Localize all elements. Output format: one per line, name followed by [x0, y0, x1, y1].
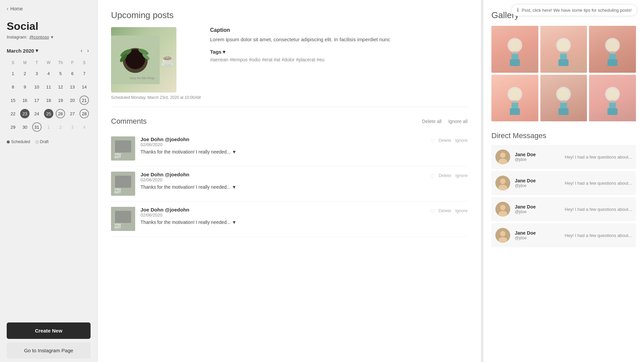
delete-comment-button[interactable]: Delete — [439, 208, 451, 213]
gallery-item[interactable] — [589, 75, 636, 122]
create-new-button[interactable]: Create New — [7, 322, 91, 339]
calendar-day[interactable]: 13 — [67, 80, 78, 93]
dm-item[interactable]: Jane Doe @jdoe Hey! I had a few question… — [491, 171, 636, 195]
calendar-day[interactable]: 10 — [31, 80, 42, 93]
calendar-day[interactable]: 22 — [7, 107, 18, 120]
calendar-day[interactable]: 25 — [43, 107, 54, 120]
delete-comment-button[interactable]: Delete — [439, 173, 451, 178]
svg-point-69 — [500, 231, 505, 236]
like-button[interactable]: ♡ — [430, 208, 435, 215]
post-scheduled-label: Scheduled Monday, March 23rd, 2020 at 10… — [111, 95, 201, 100]
delete-all-button[interactable]: Delete all — [422, 119, 441, 124]
svg-rect-24 — [510, 59, 520, 66]
caption-text: Lorem ipsum dolor sit amet, consectetur … — [210, 36, 468, 44]
gallery-item[interactable] — [589, 26, 636, 73]
comment-avatar: YOU GOT THIS — [111, 172, 135, 196]
calendar-day[interactable]: 17 — [31, 94, 42, 107]
dm-preview: Hey! I had a few questions about... — [565, 207, 632, 212]
calendar-day[interactable]: 16 — [19, 94, 30, 107]
tags-label[interactable]: Tags ▾ — [210, 49, 468, 55]
ignore-comment-button[interactable]: Ignore — [455, 173, 468, 178]
comment-author: Joe Dohn @joedohn — [141, 136, 425, 142]
instagram-label: Instagram: — [7, 35, 27, 40]
dm-item[interactable]: Jane Doe @jdoe Hey! I had a few question… — [491, 197, 636, 221]
calendar-day[interactable]: 4 — [79, 121, 90, 133]
dm-info: Jane Doe @jdoe — [515, 152, 560, 162]
comment-body: Joe Dohn @joedohn 02/06/2020 Thanks for … — [141, 136, 425, 161]
calendar-day[interactable]: 8 — [7, 80, 18, 93]
dm-handle: @jdoe — [515, 236, 560, 240]
svg-point-44 — [509, 88, 521, 100]
calendar-prev-button[interactable]: ‹ — [79, 47, 84, 54]
calendar-day[interactable]: 3 — [67, 121, 78, 133]
ignore-comment-button[interactable]: Ignore — [455, 208, 468, 213]
svg-rect-14 — [115, 176, 131, 188]
like-button[interactable]: ♡ — [430, 173, 435, 179]
go-to-instagram-button[interactable]: Go to Instagram Page — [7, 342, 91, 359]
svg-rect-58 — [610, 102, 614, 103]
calendar-day[interactable]: 26 — [55, 107, 66, 120]
calendar-day[interactable]: 28 — [79, 107, 90, 120]
calendar-day[interactable]: 3 — [31, 67, 42, 80]
dropdown-arrow-icon[interactable]: ▾ — [51, 35, 53, 40]
calendar-day[interactable]: 29 — [7, 121, 18, 133]
dm-item[interactable]: Jane Doe @jdoe Hey! I had a few question… — [491, 223, 636, 247]
svg-rect-54 — [607, 108, 618, 115]
calendar-day[interactable]: 15 — [7, 94, 18, 107]
calendar-day[interactable]: 21 — [79, 94, 90, 107]
calendar-day[interactable]: 6 — [67, 67, 78, 80]
ignore-comment-button[interactable]: Ignore — [455, 138, 468, 143]
calendar-day[interactable]: 19 — [55, 94, 66, 107]
like-button[interactable]: ♡ — [430, 138, 435, 144]
svg-rect-34 — [561, 53, 566, 54]
gallery-item[interactable] — [540, 26, 587, 73]
svg-text:enjoy the little things: enjoy the little things — [130, 77, 155, 80]
ignore-all-button[interactable]: Ignore all — [448, 119, 468, 124]
caption-label: Caption — [210, 27, 468, 33]
calendar-day[interactable]: 11 — [43, 80, 54, 93]
gallery-item[interactable] — [491, 75, 538, 122]
calendar-day[interactable]: 2 — [55, 121, 66, 133]
calendar-day[interactable]: 1 — [7, 67, 18, 80]
comment-text: Thanks for the motivation! I really need… — [141, 220, 425, 225]
calendar-day[interactable]: 24 — [31, 107, 42, 120]
calendar-day[interactable]: 31 — [31, 121, 42, 133]
gallery-item[interactable] — [491, 26, 538, 73]
calendar-day[interactable]: 18 — [43, 94, 54, 107]
calendar-day[interactable]: 14 — [79, 80, 90, 93]
dm-name: Jane Doe — [515, 230, 560, 236]
comments-title: Comments — [111, 117, 147, 126]
comments-section: Comments Delete all Ignore all YOU GOT T… — [111, 117, 468, 237]
page-title: Social — [0, 15, 97, 34]
dm-item[interactable]: Jane Doe @jdoe Hey! I had a few question… — [491, 145, 636, 169]
calendar-day[interactable]: 1 — [43, 121, 54, 133]
calendar: March 2020 ▾ ‹ › SMTWThFS 12345678910111… — [0, 44, 97, 137]
comment-item: YOU GOT THIS Joe Dohn @joedohn 02/06/202… — [111, 166, 468, 201]
info-bar[interactable]: ℹ Psst, click here! We have some tips fo… — [511, 4, 637, 16]
svg-point-32 — [557, 39, 570, 51]
calendar-day[interactable]: 5 — [55, 67, 66, 80]
calendar-day[interactable]: 4 — [43, 67, 54, 80]
calendar-day[interactable]: 20 — [67, 94, 78, 107]
calendar-next-button[interactable]: › — [86, 47, 91, 54]
delete-comment-button[interactable]: Delete — [439, 138, 451, 143]
calendar-day[interactable]: 9 — [19, 80, 30, 93]
comment-body: Joe Dohn @joedohn 02/06/2020 Thanks for … — [141, 207, 425, 231]
dm-name: Jane Doe — [515, 152, 560, 157]
calendar-month-dropdown-icon[interactable]: ▾ — [36, 48, 38, 54]
comment-actions: ♡ Delete Ignore — [430, 136, 468, 161]
info-bar-text: Psst, click here! We have some tips for … — [522, 8, 632, 13]
dm-info: Jane Doe @jdoe — [515, 230, 560, 240]
calendar-day[interactable]: 7 — [79, 67, 90, 80]
back-button[interactable]: ‹ Home — [0, 0, 97, 15]
gallery-item[interactable] — [540, 75, 587, 122]
calendar-day[interactable]: 23 — [19, 107, 30, 120]
instagram-handle[interactable]: @contoso — [29, 35, 49, 40]
post-details: Caption Lorem ipsum dolor sit amet, cons… — [210, 27, 468, 100]
calendar-day[interactable]: 30 — [19, 121, 30, 133]
calendar-day[interactable]: 2 — [19, 67, 30, 80]
calendar-day[interactable]: 27 — [67, 107, 78, 120]
comment-date: 02/06/2020 — [141, 177, 425, 182]
calendar-day[interactable]: 12 — [55, 80, 66, 93]
comment-date: 02/06/2020 — [141, 142, 425, 147]
